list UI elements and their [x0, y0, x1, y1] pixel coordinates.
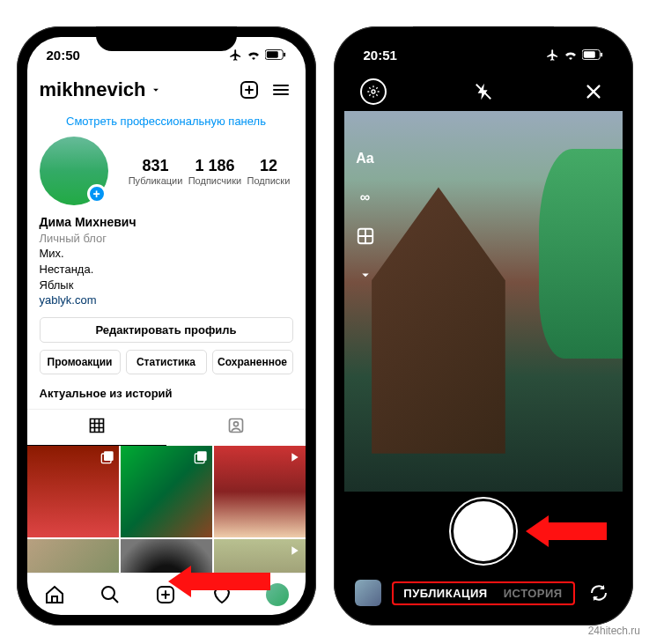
arrow-annotation	[526, 515, 607, 547]
hamburger-icon	[270, 79, 291, 100]
video-icon	[287, 544, 301, 561]
more-tools[interactable]	[353, 263, 378, 287]
flash-off-icon	[474, 82, 493, 101]
airplane-icon	[229, 48, 242, 62]
svg-point-5	[233, 421, 238, 426]
saved-button[interactable]: Сохраненное	[212, 350, 293, 374]
camera-tools: Aa ∞	[353, 146, 378, 287]
post-thumbnail[interactable]	[214, 446, 306, 537]
insights-button[interactable]: Статистика	[126, 350, 207, 374]
video-icon	[287, 450, 301, 468]
arrow-annotation	[168, 566, 270, 597]
camera-mode-bar: ПУБЛИКАЦИЯ ИСТОРИЯ	[344, 571, 623, 615]
bio-line: Мих.	[40, 246, 293, 262]
battery-icon	[265, 49, 286, 60]
bio-line: Яблык	[40, 278, 293, 293]
camera-screen: 20:51	[344, 37, 623, 615]
tab-tagged[interactable]	[166, 410, 306, 446]
svg-rect-14	[601, 53, 602, 57]
profile-stats-row: + 831 Публикации 1 186 Подписчики 12	[27, 137, 306, 214]
stat-following-label: Подписки	[247, 175, 291, 186]
carousel-icon	[194, 450, 208, 468]
camera-viewfinder[interactable]: Aa ∞	[344, 111, 623, 492]
stat-following[interactable]: 12 Подписки	[247, 157, 291, 186]
profile-screen: 20:50 mikhnevich	[27, 37, 306, 615]
create-button[interactable]	[237, 78, 262, 102]
boomerang-tool[interactable]: ∞	[353, 185, 378, 210]
display-name: Дима Михневич	[40, 214, 293, 231]
svg-rect-6	[104, 451, 114, 461]
stat-followers-count: 1 186	[188, 157, 242, 175]
phone-right: 20:51	[334, 26, 633, 625]
status-icons	[229, 48, 286, 62]
watermark: 24hitech.ru	[588, 625, 640, 637]
menu-button[interactable]	[269, 78, 293, 102]
highlights-title[interactable]: Актуальное из историй	[27, 383, 306, 409]
svg-point-15	[372, 90, 375, 93]
text-tool[interactable]: Aa	[353, 146, 378, 171]
close-button[interactable]	[580, 78, 607, 105]
add-story-icon[interactable]: +	[87, 184, 107, 204]
flash-button[interactable]	[470, 78, 497, 105]
nav-search[interactable]	[99, 583, 122, 606]
gallery-thumbnail[interactable]	[355, 580, 381, 606]
stat-followers[interactable]: 1 186 Подписчики	[188, 157, 242, 186]
chevron-down-icon	[150, 84, 162, 96]
svg-rect-2	[284, 53, 285, 57]
svg-rect-1	[266, 51, 277, 57]
plus-square-icon	[239, 79, 260, 100]
close-icon	[584, 82, 603, 101]
mode-selector[interactable]: ПУБЛИКАЦИЯ ИСТОРИЯ	[392, 581, 575, 605]
bio-line: Нестанда.	[40, 262, 293, 278]
phone-left: 20:50 mikhnevich	[17, 26, 316, 625]
post-thumbnail[interactable]	[27, 539, 119, 573]
status-icons	[546, 48, 603, 62]
profile-tabs	[27, 409, 306, 446]
flip-camera-button[interactable]	[586, 580, 612, 606]
nav-home[interactable]	[43, 583, 66, 606]
bio-link[interactable]: yablyk.com	[40, 292, 293, 308]
home-icon	[44, 584, 65, 605]
stat-followers-label: Подписчики	[188, 175, 242, 186]
avatar[interactable]: +	[40, 137, 108, 205]
username-text: mikhnevich	[40, 78, 146, 101]
chevron-down-icon	[358, 267, 373, 283]
tagged-icon	[227, 417, 245, 434]
settings-button[interactable]	[360, 78, 387, 105]
tab-grid[interactable]	[27, 410, 166, 446]
promotions-button[interactable]: Промоакции	[40, 350, 121, 374]
stat-posts[interactable]: 831 Публикации	[129, 157, 183, 186]
airplane-icon	[546, 48, 559, 62]
edit-profile-button[interactable]: Редактировать профиль	[40, 317, 293, 343]
shutter-button[interactable]	[454, 501, 513, 561]
status-time: 20:50	[47, 48, 80, 63]
notch	[413, 26, 554, 51]
bio-block: Дима Михневич Личный блог Мих. Нестанда.…	[27, 214, 306, 317]
grid-icon	[88, 417, 106, 434]
category: Личный блог	[40, 231, 293, 247]
notch	[96, 26, 237, 51]
svg-rect-8	[197, 451, 207, 461]
shutter-row	[344, 492, 623, 571]
post-thumbnail[interactable]	[27, 446, 119, 537]
stat-posts-label: Публикации	[129, 175, 183, 186]
post-thumbnail[interactable]	[121, 446, 212, 537]
layout-icon	[356, 226, 375, 246]
layout-tool[interactable]	[353, 224, 378, 248]
camera-top-bar	[344, 72, 623, 111]
battery-icon	[582, 49, 603, 60]
svg-rect-13	[583, 51, 594, 57]
wifi-icon	[564, 49, 578, 60]
posts-grid	[27, 446, 306, 573]
wifi-icon	[247, 49, 261, 60]
pro-panel-link[interactable]: Смотреть профессиональную панель	[27, 109, 306, 137]
stat-following-count: 12	[247, 157, 291, 175]
svg-point-10	[102, 587, 114, 599]
username-dropdown[interactable]: mikhnevich	[40, 78, 230, 101]
profile-header: mikhnevich	[27, 72, 306, 109]
mode-story[interactable]: ИСТОРИЯ	[504, 587, 563, 600]
mode-publication[interactable]: ПУБЛИКАЦИЯ	[403, 587, 487, 600]
gear-icon	[360, 78, 387, 105]
carousel-icon	[100, 450, 114, 468]
status-time: 20:51	[364, 48, 397, 63]
